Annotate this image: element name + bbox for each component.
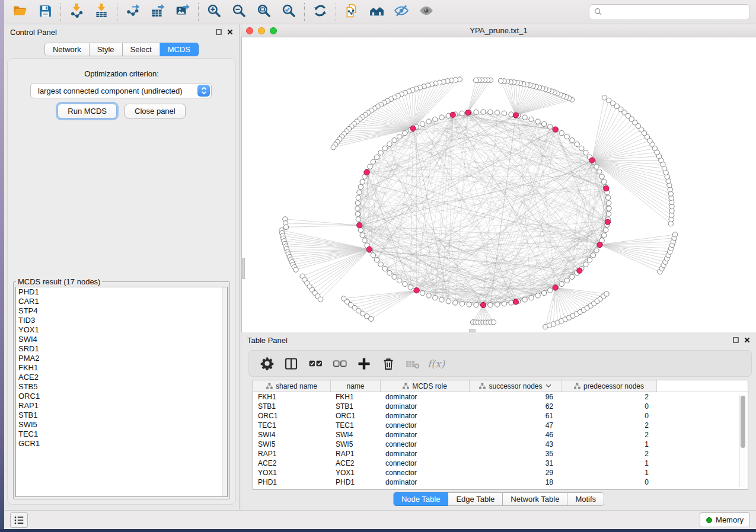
optimization-criterion-select[interactable]: largest connected component (undirected)	[30, 83, 212, 98]
mcds-result-item[interactable]: FKH1	[16, 363, 227, 373]
delete-column-button[interactable]	[381, 356, 396, 371]
hide-selected-button[interactable]	[389, 2, 414, 22]
column-chooser-button[interactable]	[283, 356, 299, 371]
table-row[interactable]: YOX1YOX1connector291	[253, 468, 748, 477]
mcds-result-item[interactable]: SWI5	[16, 420, 227, 430]
zoom-in-button[interactable]	[202, 2, 227, 22]
table-cell: 61	[470, 411, 562, 421]
zoom-selected-button[interactable]	[276, 2, 301, 22]
tab-node-table[interactable]: Node Table	[393, 492, 449, 506]
table-cell: YOX1	[253, 468, 331, 477]
table-row[interactable]: ORC1ORC1dominator610	[253, 411, 748, 421]
float-panel-icon[interactable]	[733, 335, 739, 345]
mcds-list-scrollbar[interactable]	[222, 287, 227, 496]
save-session-button[interactable]	[33, 2, 58, 22]
refresh-view-button[interactable]	[308, 2, 333, 22]
tab-style[interactable]: Style	[90, 43, 123, 56]
open-file-button[interactable]	[8, 2, 33, 22]
zoom-out-button[interactable]	[227, 2, 251, 22]
table-scrollbar-thumb[interactable]	[741, 396, 745, 448]
mcds-result-item[interactable]: TID3	[16, 316, 227, 325]
table-settings-button[interactable]	[259, 356, 275, 371]
mcds-result-item[interactable]: GCR1	[16, 439, 227, 448]
table-row[interactable]: STB1STB1dominator620	[253, 402, 748, 411]
mcds-result-item[interactable]: ACE2	[16, 373, 227, 382]
mcds-result-item[interactable]: YOX1	[16, 325, 227, 335]
export-image-button[interactable]	[170, 2, 195, 22]
table-cell: 1	[562, 440, 657, 449]
mcds-result-item[interactable]: TEC1	[16, 430, 227, 439]
column-header-successor-nodes[interactable]: successor nodes	[470, 380, 562, 392]
memory-button[interactable]: Memory	[700, 512, 750, 527]
mcds-result-item[interactable]: PHD1	[16, 287, 227, 297]
mcds-result-item[interactable]: ORC1	[16, 392, 227, 401]
show-all-button[interactable]	[414, 2, 439, 22]
column-header-shared-name[interactable]: shared name	[253, 380, 331, 392]
import-table-button[interactable]	[89, 2, 114, 22]
hierarchy-icon	[479, 383, 486, 389]
float-panel-icon[interactable]	[216, 27, 222, 37]
column-header-name[interactable]: name	[331, 380, 381, 392]
table-row[interactable]: RAP1RAP1dominator352	[253, 449, 748, 459]
search-input[interactable]	[603, 5, 749, 18]
close-panel-button[interactable]: Close panel	[125, 104, 186, 118]
network-view-window: YPA_prune.txt_1	[241, 24, 756, 332]
tab-edge-table[interactable]: Edge Table	[448, 492, 503, 506]
delete-table-button	[405, 356, 420, 371]
table-row[interactable]: TEC1TEC1connector472	[253, 421, 748, 430]
mcds-result-item[interactable]: STB1	[16, 411, 227, 420]
import-network-button[interactable]	[64, 2, 89, 22]
table-cell: 1	[562, 459, 657, 468]
mcds-result-item[interactable]: SWI4	[16, 335, 227, 344]
table-panel: Table Panel f(x) shared namenameMCDS rol…	[241, 332, 756, 510]
export-table-button[interactable]	[145, 2, 170, 22]
table-row[interactable]: FKH1FKH1dominator962	[253, 392, 748, 402]
mcds-panel: Optimization criterion: largest connecte…	[7, 58, 236, 505]
close-panel-icon[interactable]	[227, 27, 233, 37]
network-window-title: YPA_prune.txt_1	[241, 26, 756, 35]
column-header-filler	[657, 380, 748, 392]
zoom-fit-button[interactable]	[251, 2, 276, 22]
mcds-result-item[interactable]: SRD1	[16, 344, 227, 354]
table-cell: connector	[381, 468, 470, 477]
mcds-result-item[interactable]: PMA2	[16, 354, 227, 363]
mcds-result-item[interactable]: STP4	[16, 306, 227, 316]
tab-network[interactable]: Network	[44, 43, 90, 56]
column-header-predecessor-nodes[interactable]: predecessor nodes	[562, 380, 657, 392]
table-row[interactable]: SWI5SWI5connector431	[253, 440, 748, 449]
toolbar-separator	[198, 3, 199, 21]
automation-panel-button[interactable]	[10, 512, 28, 528]
table-cell: TEC1	[331, 421, 381, 430]
select-all-rows-button[interactable]	[308, 356, 323, 371]
mcds-result-item[interactable]: RAP1	[16, 401, 227, 411]
mcds-result-list[interactable]: PHD1CAR1STP4TID3YOX1SWI4SRD1PMA2FKH1ACE2…	[15, 287, 228, 497]
table-row[interactable]: PHD1PHD1dominator180	[253, 477, 748, 487]
clone-network-button[interactable]	[339, 2, 364, 22]
add-column-button[interactable]	[356, 356, 372, 371]
network-graph	[242, 37, 756, 332]
sort-desc-icon	[546, 384, 551, 388]
run-mcds-button[interactable]: Run MCDS	[58, 104, 117, 118]
table-row[interactable]: ACE2ACE2connector311	[253, 459, 748, 468]
tab-motifs[interactable]: Motifs	[567, 492, 604, 506]
splitter-grip-icon[interactable]	[242, 258, 245, 279]
network-canvas[interactable]	[241, 37, 756, 332]
zoom-selected-icon	[281, 3, 296, 21]
table-cell: 46	[470, 430, 562, 440]
save-session-icon	[38, 4, 53, 21]
tab-mcds[interactable]: MCDS	[160, 43, 199, 56]
table-scrollbar[interactable]	[739, 395, 745, 487]
mcds-result-item[interactable]: CAR1	[16, 297, 227, 306]
close-panel-icon[interactable]	[744, 335, 750, 345]
export-network-button[interactable]	[120, 2, 145, 22]
tab-select[interactable]: Select	[123, 43, 160, 56]
table-row[interactable]: SWI4SWI4dominator462	[253, 430, 748, 440]
deselect-all-rows-button[interactable]	[332, 356, 347, 371]
tab-network-table[interactable]: Network Table	[503, 492, 567, 506]
mcds-result-item[interactable]: STB5	[16, 382, 227, 392]
import-network-icon	[69, 3, 84, 21]
table-panel-tabs: Node TableEdge TableNetwork TableMotifs	[241, 492, 756, 506]
toolbar-separator	[304, 3, 305, 21]
first-neighbors-button[interactable]	[364, 2, 389, 22]
column-header-MCDS-role[interactable]: MCDS role	[381, 380, 470, 392]
